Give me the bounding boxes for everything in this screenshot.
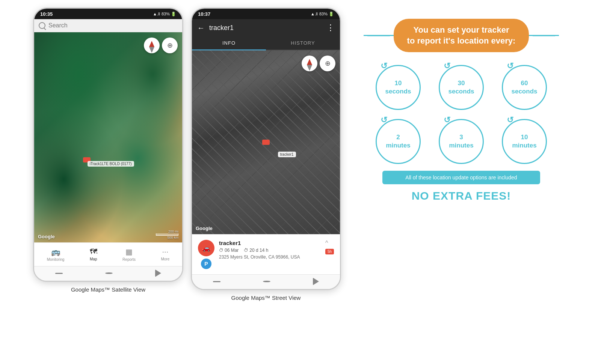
monitoring-icon: 🚌 — [51, 247, 60, 256]
circle-3min-value: 3 — [459, 133, 463, 141]
nav-reports[interactable]: ▦ Reports — [119, 246, 139, 263]
tracker-details: tracker1 ⏱ 06 Mar ⏱ 20 d 14 h 2325 Myers… — [219, 240, 321, 260]
right-panel: You can set your trackerto report it's l… — [349, 8, 574, 214]
phone2-mockup: 10:37 ▲.ll 83% 🔋 ← tracker1 ⋮ INFO HISTO… — [191, 8, 341, 290]
sys-home[interactable] — [105, 272, 113, 274]
circle-2min-unit: minutes — [386, 141, 410, 150]
phone2-col: 10:37 ▲.ll 83% 🔋 ← tracker1 ⋮ INFO HISTO… — [191, 8, 341, 303]
nav-map[interactable]: 🗺 Map — [86, 246, 101, 263]
circle-30sec-value: 30 — [458, 79, 465, 87]
location-icon: ⊕ — [167, 41, 173, 50]
location-button[interactable]: ⊕ — [162, 38, 178, 53]
phone1-caption: Google Maps™ Satellite View — [71, 282, 145, 295]
phone1-mockup: 10:35 ▲.ll 83% 🔋 — [33, 8, 183, 282]
map-icon: 🗺 — [90, 247, 97, 256]
phone1-col: 10:35 ▲.ll 83% 🔋 — [33, 8, 183, 295]
circles-grid: 10 seconds 30 seconds 60 seconds 2 minut… — [371, 65, 551, 164]
scale-200mi: 200 mi — [168, 230, 178, 233]
headline-text: You can set your trackerto report it's l… — [407, 25, 516, 45]
no-fees-text: NO EXTRA FEES! — [412, 190, 511, 202]
phone1-signal: ▲.ll — [153, 12, 160, 16]
tracker-info-panel: 🚗 P tracker1 ⏱ 06 Mar ⏱ 20 d 14 h — [192, 234, 340, 274]
search-bar[interactable] — [34, 19, 182, 32]
page-wrapper: 10:35 ▲.ll 83% 🔋 — [8, 8, 599, 303]
reports-label: Reports — [122, 257, 136, 262]
phone1-battery: 83% 🔋 — [162, 12, 176, 17]
parking-badge: P — [201, 259, 211, 269]
circle-2min: 2 minutes — [376, 119, 421, 164]
circle-10min-value: 10 — [521, 133, 528, 141]
nav-more[interactable]: ··· More — [157, 246, 173, 263]
sys-recents-2[interactable] — [213, 281, 220, 282]
location-button-2[interactable]: ⊕ — [320, 56, 335, 71]
tracker-name: tracker1 — [219, 240, 321, 246]
circle-10min: 10 minutes — [502, 119, 547, 164]
satellite-map-bg: ⊕ iTrack1LTE BOLD (0177) Google 200 mi 5… — [34, 32, 182, 242]
google-watermark-1: Google — [38, 234, 55, 239]
circle-3min-unit: minutes — [449, 141, 473, 150]
tracker-title: tracker1 — [209, 24, 322, 32]
scale-500km: 500 km — [167, 236, 178, 239]
tracker-label-1: iTrack1LTE BOLD (0177) — [88, 161, 134, 167]
compass-needle-2 — [307, 59, 312, 65]
phone2-status-icons: ▲.ll 83% 🔋 — [311, 12, 334, 17]
clock-icon: ⏱ — [219, 248, 223, 253]
circle-60sec: 60 seconds — [502, 65, 547, 110]
phone1-status-icons: ▲.ll 83% 🔋 — [153, 12, 176, 17]
circle-30sec-unit: seconds — [448, 87, 474, 96]
tracker-date: ⏱ 06 Mar — [219, 248, 239, 253]
compass-button[interactable] — [144, 38, 160, 53]
circle-10sec-value: 10 — [395, 79, 402, 87]
tracker-duration: ⏱ 20 d 14 h — [244, 248, 268, 253]
nav-monitoring[interactable]: 🚌 Monitoring — [43, 246, 68, 263]
circle-2min-value: 2 — [396, 133, 400, 141]
compass-button-2[interactable] — [302, 56, 317, 71]
duration-badge: 5h — [325, 249, 334, 254]
sys-recents[interactable] — [55, 273, 63, 274]
system-nav-1 — [34, 266, 182, 281]
chevron-up-icon[interactable]: ^ — [325, 240, 328, 247]
tracker-address: 2325 Myers St, Oroville, CA 95966, USA — [219, 254, 321, 260]
circle-3min: 3 minutes — [439, 119, 484, 164]
phone1-status-bar: 10:35 ▲.ll 83% 🔋 — [34, 9, 182, 19]
compass-needle — [149, 41, 154, 47]
satellite-map-area: ⊕ iTrack1LTE BOLD (0177) Google 200 mi 5… — [34, 32, 182, 242]
system-nav-2 — [192, 274, 340, 289]
phone2-signal: ▲.ll — [311, 12, 318, 16]
headline-box: You can set your trackerto report it's l… — [394, 19, 529, 52]
search-input[interactable] — [48, 22, 178, 29]
street-map-bg: ⊕ tracker1 Google — [192, 50, 340, 234]
map-label: Map — [90, 257, 97, 261]
timer-icon: ⏱ — [244, 248, 248, 253]
monitoring-label: Monitoring — [47, 257, 65, 262]
phone2-status-bar: 10:37 ▲.ll 83% 🔋 — [192, 9, 340, 19]
back-button[interactable]: ← — [197, 24, 205, 32]
circle-10min-unit: minutes — [512, 141, 536, 150]
circle-10sec-unit: seconds — [385, 87, 411, 96]
tracker-topbar: ← tracker1 ⋮ — [192, 19, 340, 36]
more-label: More — [161, 257, 169, 261]
circle-60sec-value: 60 — [521, 79, 528, 87]
phone2-time: 10:37 — [198, 11, 210, 17]
more-icon: ··· — [162, 247, 169, 256]
tab-info[interactable]: INFO — [192, 36, 266, 50]
car-marker-2 — [262, 140, 270, 145]
tab-history[interactable]: HISTORY — [266, 36, 340, 50]
tracker-label-2: tracker1 — [278, 152, 296, 157]
more-button[interactable]: ⋮ — [326, 23, 335, 33]
google-watermark-2: Google — [196, 226, 213, 231]
included-banner: All of these location update options are… — [382, 171, 540, 184]
phone2-battery: 83% 🔋 — [319, 12, 334, 17]
sys-back-2[interactable] — [313, 278, 319, 285]
sys-home-2[interactable] — [263, 281, 270, 282]
sys-back[interactable] — [155, 269, 161, 277]
circle-30sec: 30 seconds — [439, 65, 484, 110]
scale-bar: 200 mi 500 km — [156, 230, 178, 239]
circle-10sec: 10 seconds — [376, 65, 421, 110]
phone2-caption: Google Maps™ Street View — [231, 290, 301, 303]
search-icon — [39, 22, 45, 29]
reports-icon: ▦ — [125, 247, 133, 256]
circle-60sec-unit: seconds — [512, 87, 538, 96]
headline-row: You can set your trackerto report it's l… — [356, 19, 566, 52]
phone1-time: 10:35 — [40, 11, 53, 17]
